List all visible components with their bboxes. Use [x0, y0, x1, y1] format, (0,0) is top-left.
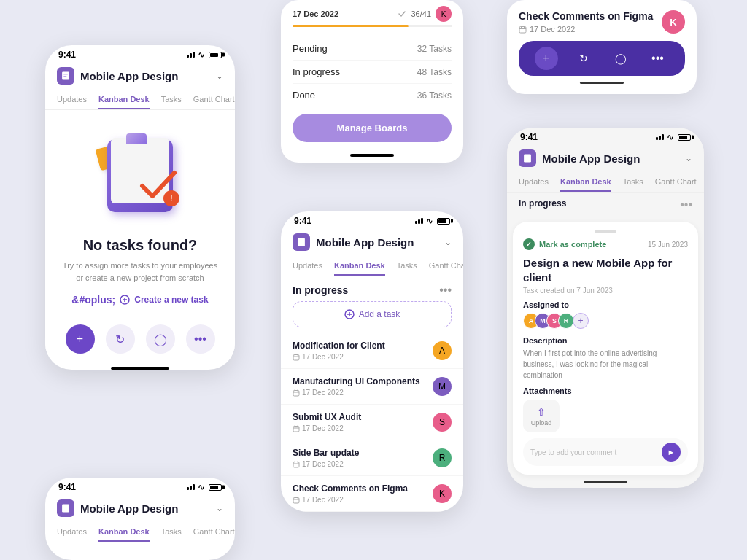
- empty-title: No tasks found?: [83, 237, 198, 254]
- empty-state: ! No tasks found? Try to assign more tas…: [45, 110, 235, 317]
- avatar-4: R: [558, 313, 574, 329]
- tab-updates-1[interactable]: Updates: [57, 90, 87, 109]
- task-item-2[interactable]: Submit UX Audit 17 Dec 2022 S: [281, 405, 463, 440]
- upload-icon: ⇧: [537, 406, 546, 418]
- drag-handle: [595, 230, 616, 233]
- send-comment-btn[interactable]: ►: [662, 443, 681, 462]
- figma-card-title: Check Comments on Figma: [519, 10, 653, 22]
- app-header-1: Mobile App Design ⌄: [45, 63, 235, 90]
- section-header-kanban: In progress •••: [281, 276, 463, 301]
- add-task-label: Add a task: [359, 309, 400, 319]
- tab-updates-3[interactable]: Updates: [293, 257, 322, 276]
- avatar-add-btn[interactable]: +: [573, 313, 589, 329]
- tab-updates-2[interactable]: Updates: [57, 523, 87, 542]
- add-task-button[interactable]: Add a task: [293, 301, 452, 327]
- inprogress-more[interactable]: •••: [680, 198, 692, 211]
- check-circle-icon: ✓: [523, 238, 535, 250]
- task-name-2: Submit UX Audit: [293, 412, 361, 422]
- complete-date: 15 Jun 2023: [648, 241, 688, 249]
- more-nav-btn[interactable]: •••: [186, 324, 215, 354]
- task-item-1[interactable]: Manufacturing UI Components 17 Dec 2022 …: [281, 369, 463, 405]
- calendar-icon-3: [293, 461, 300, 468]
- complete-header: ✓ Mark as complete 15 Jun 2023: [523, 238, 688, 250]
- section-title-kanban: In progress: [293, 284, 348, 296]
- action-refresh-btn[interactable]: ↻: [572, 47, 595, 70]
- action-add-btn[interactable]: +: [535, 47, 558, 70]
- card-progress-count: 36/41: [411, 9, 431, 18]
- svg-rect-6: [62, 504, 69, 512]
- card-figma: Check Comments on Figma 17 Dec 2022 K + …: [507, 0, 697, 94]
- signal-icon-2: [187, 484, 195, 490]
- chevron-icon-1[interactable]: ⌄: [216, 71, 223, 81]
- calendar-icon-1: [293, 389, 300, 397]
- upload-label: Upload: [531, 419, 552, 427]
- tab-updates-4[interactable]: Updates: [519, 173, 549, 192]
- task-item-0[interactable]: Modification for Client 17 Dec 2022 A: [281, 333, 463, 369]
- task-created: Task created on 7 Jun 2023: [523, 287, 688, 295]
- wifi-icon-4: ∿: [667, 133, 673, 142]
- app-header-2: Mobile App Design ⌄: [45, 495, 235, 523]
- battery-icon: [209, 52, 222, 58]
- home-indicator-1: [111, 367, 169, 370]
- tab-tasks-1[interactable]: Tasks: [161, 90, 182, 109]
- refresh-nav-btn[interactable]: ↻: [106, 324, 135, 354]
- chevron-icon-2[interactable]: ⌄: [216, 503, 223, 513]
- wifi-icon-3: ∿: [426, 217, 433, 226]
- task-avatar-2: S: [433, 413, 452, 432]
- stat-pending: Pending 32 Tasks: [293, 37, 452, 61]
- action-view-btn[interactable]: ◯: [609, 47, 632, 70]
- manage-boards-button[interactable]: Manage Boards: [293, 114, 452, 142]
- tab-gantt-2[interactable]: Gantt Chart: [193, 523, 235, 542]
- battery-icon-4: [678, 134, 691, 141]
- stat-done-label: Done: [293, 90, 315, 101]
- tab-gantt-3[interactable]: Gantt Chart: [429, 257, 463, 276]
- tab-gantt-1[interactable]: Gantt Chart: [193, 90, 235, 109]
- stat-pending-label: Pending: [293, 43, 328, 54]
- tab-kanban-2[interactable]: Kanban Desk: [98, 523, 150, 542]
- card-date: 17 Dec 2022: [293, 9, 338, 18]
- tab-kanban-4[interactable]: Kanban Desk: [560, 173, 611, 192]
- status-time-3: 9:41: [294, 216, 311, 226]
- figma-card-header: Check Comments on Figma 17 Dec 2022 K: [519, 10, 685, 34]
- chevron-icon-4[interactable]: ⌄: [685, 153, 692, 163]
- tab-tasks-3[interactable]: Tasks: [397, 257, 417, 276]
- task-avatar-4: K: [433, 484, 452, 503]
- tab-kanban-1[interactable]: Kanban Desk: [98, 90, 150, 109]
- app-header-4: Mobile App Design ⌄: [507, 145, 704, 173]
- add-nav-btn[interactable]: +: [66, 324, 95, 354]
- view-nav-btn[interactable]: ◯: [146, 324, 175, 354]
- status-icons-1: ∿: [187, 50, 222, 60]
- assigned-avatars: A M S R +: [523, 313, 688, 329]
- svg-rect-31: [519, 26, 526, 33]
- task-item-4[interactable]: Check Comments on Figma 17 Dec 2022 K: [281, 476, 463, 512]
- stat-inprogress: In progress 48 Tasks: [293, 61, 452, 84]
- figma-card-info: Check Comments on Figma 17 Dec 2022: [519, 10, 653, 34]
- svg-rect-35: [524, 154, 531, 162]
- action-more-btn[interactable]: •••: [646, 47, 670, 70]
- inprogress-bar: In progress •••: [507, 192, 704, 216]
- tab-kanban-3[interactable]: Kanban Desk: [334, 257, 385, 276]
- wifi-icon: ∿: [198, 50, 204, 60]
- create-task-link[interactable]: &#oplus; Create a new task: [71, 294, 208, 306]
- nav-tabs-3: Updates Kanban Desk Tasks Gantt Chart Te…: [281, 257, 463, 276]
- app-icon-2: [57, 499, 74, 517]
- status-bar-4: 9:41 ∿: [507, 128, 704, 145]
- desc-label: Description: [523, 336, 688, 345]
- card-progress-area: 36/41 K: [398, 6, 452, 22]
- stat-done: Done 36 Tasks: [293, 84, 452, 106]
- tab-tasks-4[interactable]: Tasks: [623, 173, 643, 192]
- wifi-icon-2: ∿: [198, 483, 204, 492]
- signal-icon-3: [415, 218, 423, 224]
- mark-complete-btn[interactable]: ✓ Mark as complete: [523, 238, 606, 250]
- status-icons-4: ∿: [656, 133, 691, 142]
- tab-gantt-4[interactable]: Gantt Chart: [655, 173, 697, 192]
- phone-bottom-left: 9:41 ∿ Mobile App Design ⌄ Updates Kanba…: [45, 478, 235, 560]
- task-item-3[interactable]: Side Bar update 17 Dec 2022 R: [281, 440, 463, 476]
- figma-card-avatar: K: [662, 10, 685, 34]
- tab-tasks-2[interactable]: Tasks: [161, 523, 182, 542]
- chevron-icon-3[interactable]: ⌄: [444, 237, 452, 247]
- more-options-kanban[interactable]: •••: [439, 284, 452, 297]
- upload-box[interactable]: ⇧ Upload: [523, 400, 560, 432]
- app-title-1: Mobile App Design: [80, 70, 178, 82]
- empty-subtitle: Try to assign more tasks to your employe…: [60, 260, 220, 284]
